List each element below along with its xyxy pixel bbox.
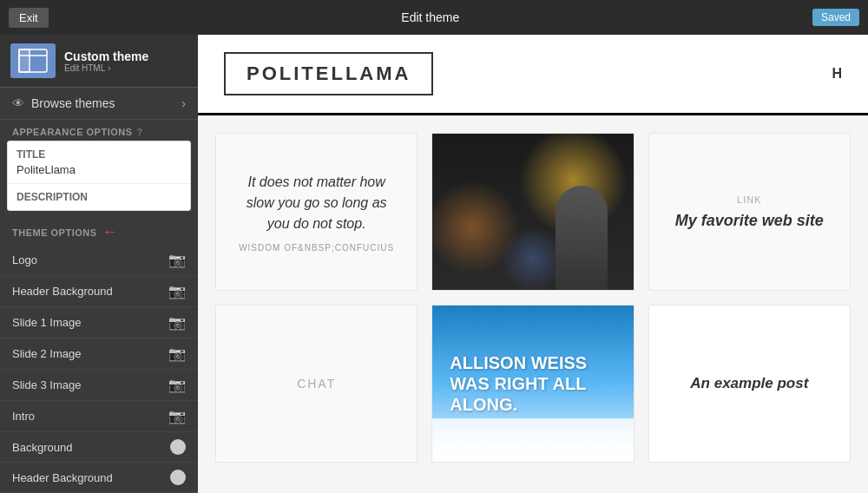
header-bg-toggle[interactable] — [170, 470, 186, 485]
page-title: Edit theme — [57, 10, 804, 24]
photo-placeholder — [432, 134, 633, 290]
svg-rect-1 — [19, 49, 30, 72]
title-value[interactable]: PoliteLlama — [16, 163, 181, 176]
top-bar: Exit Edit theme Saved — [0, 0, 868, 35]
saved-badge: Saved — [812, 9, 859, 26]
background-label: Background — [12, 441, 72, 454]
photo-person — [556, 186, 608, 290]
title-option: Title PoliteLlama — [8, 141, 190, 184]
quote-source: WISDOM OF&NBSP;CONFUCIUS — [239, 243, 394, 253]
background-option[interactable]: Background — [0, 432, 198, 463]
quote-text: It does not matter how slow you go so lo… — [233, 172, 399, 234]
custom-theme-label: Custom theme — [64, 49, 148, 63]
post-card-chat: CHAT — [215, 305, 418, 463]
header-bg-option[interactable]: Header Background 📷 — [0, 276, 198, 307]
intro-upload-icon[interactable]: 📷 — [168, 408, 186, 424]
example-title: An example post — [690, 375, 808, 392]
post-card-photo — [431, 133, 634, 291]
edit-html-link[interactable]: Edit HTML › — [64, 63, 148, 73]
allison-content: ALLISON WEISS WAS RIGHT ALL ALONG. — [432, 306, 633, 462]
slide1-option[interactable]: Slide 1 Image 📷 — [0, 307, 198, 339]
slide3-label: Slide 3 Image — [12, 378, 82, 391]
post-card-allison: ALLISON WEISS WAS RIGHT ALL ALONG. — [431, 305, 634, 463]
slide2-upload-icon[interactable]: 📷 — [168, 345, 186, 362]
allison-bottom — [432, 418, 633, 462]
header-bg-upload-icon[interactable]: 📷 — [168, 283, 186, 299]
background-toggle[interactable] — [170, 439, 186, 455]
header-bg2-label: Header Background — [12, 471, 113, 484]
slide2-label: Slide 2 Image — [12, 347, 82, 360]
chat-label: CHAT — [297, 377, 336, 391]
post-card-example: An example post — [648, 305, 851, 463]
post-card-link: LINK My favorite web site — [648, 133, 851, 291]
link-title: My favorite web site — [675, 212, 824, 230]
logo-label: Logo — [12, 253, 37, 266]
browse-themes-chevron: › — [181, 96, 186, 110]
blog-logo: POLITELLAMA — [224, 52, 433, 95]
main-layout: Custom theme Edit HTML › 👁 Browse themes… — [0, 35, 868, 493]
posts-grid: It does not matter how slow you go so lo… — [198, 115, 868, 480]
header-right: H — [832, 66, 842, 82]
link-label: LINK — [737, 194, 761, 205]
appearance-section-header: APPEARANCE OPTIONS ? — [0, 120, 198, 141]
appearance-options-panel: Title PoliteLlama Description Avatar ✏ — [7, 141, 191, 211]
post-card-quote: It does not matter how slow you go so lo… — [215, 133, 418, 291]
custom-theme-section[interactable]: Custom theme Edit HTML › — [0, 35, 198, 88]
intro-option[interactable]: Intro 📷 — [0, 401, 198, 432]
custom-theme-icon — [10, 43, 56, 78]
title-label: Title — [16, 148, 181, 161]
slide3-upload-icon[interactable]: 📷 — [168, 377, 186, 393]
slide1-label: Slide 1 Image — [12, 316, 82, 329]
browse-themes-label: Browse themes — [31, 96, 181, 110]
content-area: POLITELLAMA H It does not matter how slo… — [198, 35, 868, 493]
description-option: Description — [8, 184, 190, 211]
theme-options-label: THEME OPTIONS — [12, 227, 97, 238]
header-bg2-option[interactable]: Header Background — [0, 463, 198, 493]
logo-upload-icon[interactable]: 📷 — [168, 252, 186, 268]
slide2-option[interactable]: Slide 2 Image 📷 — [0, 339, 198, 370]
theme-options-header: THEME OPTIONS ← — [0, 216, 198, 245]
blog-header: POLITELLAMA H — [198, 35, 868, 115]
sidebar: Custom theme Edit HTML › 👁 Browse themes… — [0, 35, 198, 493]
slide3-option[interactable]: Slide 3 Image 📷 — [0, 370, 198, 401]
header-bg-label: Header Background — [12, 285, 113, 298]
eye-icon: 👁 — [12, 96, 24, 110]
help-icon[interactable]: ? — [137, 127, 143, 137]
logo-option[interactable]: Logo 📷 — [0, 245, 198, 276]
browse-themes-row[interactable]: 👁 Browse themes › — [0, 88, 198, 120]
red-arrow-inline: ← — [102, 223, 118, 241]
exit-button[interactable]: Exit — [9, 8, 49, 28]
custom-theme-text: Custom theme Edit HTML › — [64, 49, 148, 73]
slide1-upload-icon[interactable]: 📷 — [168, 314, 186, 331]
description-label: Description — [16, 191, 181, 203]
intro-label: Intro — [12, 410, 35, 423]
